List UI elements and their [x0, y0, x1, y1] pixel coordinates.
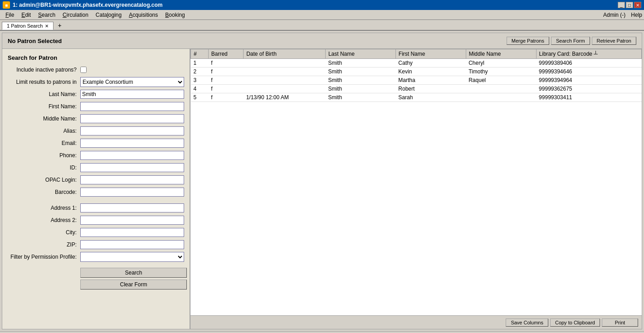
col-header-libcard[interactable]: Library Card: Barcode ┴	[536, 49, 641, 59]
cell-middle: Cheryl	[466, 59, 536, 68]
cell-middle	[466, 93, 536, 102]
bottom-toolbar: Save Columns Copy to Clipboard Print	[190, 315, 642, 329]
last-name-label: Last Name:	[8, 91, 80, 97]
table-row[interactable]: 2 f Smith Kevin Timothy 99999394646	[191, 68, 642, 76]
menu-acquisitions[interactable]: Acquisitions	[125, 11, 161, 19]
email-label: Email:	[8, 140, 80, 146]
alias-row: Alias:	[8, 126, 184, 136]
include-inactive-checkbox[interactable]	[80, 67, 87, 73]
tab-close-icon[interactable]: ✕	[45, 24, 49, 29]
middle-name-label: Middle Name:	[8, 116, 80, 122]
filter-select[interactable]	[80, 252, 184, 262]
cell-first: Cathy	[395, 59, 466, 68]
content-split: Search for Patron Include inactive patro…	[2, 49, 642, 329]
cell-dob	[244, 59, 326, 68]
alias-label: Alias:	[8, 128, 80, 134]
clear-form-button[interactable]: Clear Form	[80, 280, 187, 290]
save-columns-button[interactable]: Save Columns	[506, 319, 548, 327]
title-bar: ■ 1: admin@BR1-winxpvmfx.phasefx.evergre…	[0, 0, 644, 10]
cell-barcode: 99999389406	[536, 59, 641, 68]
add-tab-button[interactable]: +	[54, 21, 65, 30]
maximize-button[interactable]: □	[626, 2, 633, 8]
retrieve-patron-button[interactable]: Retrieve Patron	[592, 37, 636, 45]
menu-edit[interactable]: Edit	[18, 11, 34, 19]
search-panel-title: Search for Patron	[8, 54, 184, 61]
phone-input[interactable]	[80, 151, 184, 160]
table-row[interactable]: 1 f Smith Cathy Cheryl 99999389406	[191, 59, 642, 68]
close-button[interactable]: ✕	[634, 2, 641, 8]
col-header-dob[interactable]: Date of Birth	[244, 49, 326, 59]
tab-label: 1 Patron Search	[7, 23, 43, 29]
copy-clipboard-button[interactable]: Copy to Clipboard	[550, 319, 600, 327]
col-header-middle[interactable]: Middle Name	[466, 49, 536, 59]
barcode-input[interactable]	[80, 188, 184, 197]
table-row[interactable]: 3 f Smith Martha Raquel 99999394964	[191, 76, 642, 85]
minimize-button[interactable]: _	[618, 2, 625, 8]
title-bar-left: ■ 1: admin@BR1-winxpvmfx.phasefx.evergre…	[3, 1, 162, 9]
last-name-row: Last Name:	[8, 89, 184, 99]
limit-results-select[interactable]: Example Consortium	[80, 77, 184, 87]
merge-patrons-button[interactable]: Merge Patrons	[507, 37, 549, 45]
cell-middle	[466, 85, 536, 93]
col-header-barred[interactable]: Barred	[208, 49, 243, 59]
cell-dob	[244, 68, 326, 76]
cell-first: Robert	[395, 85, 466, 93]
limit-results-row: Limit results to patrons in Example Cons…	[8, 77, 184, 87]
cell-dob: 1/13/90 12:00 AM	[244, 93, 326, 102]
id-input[interactable]	[80, 163, 184, 172]
results-panel: # Barred Date of Birth Last Name First N…	[190, 49, 642, 329]
cell-last: Smith	[325, 59, 395, 68]
phone-label: Phone:	[8, 152, 80, 159]
search-panel: Search for Patron Include inactive patro…	[2, 49, 190, 329]
filter-row: Filter by Permission Profile:	[8, 252, 184, 262]
cell-first: Martha	[395, 76, 466, 85]
print-button[interactable]: Print	[602, 319, 638, 327]
search-button[interactable]: Search	[80, 268, 187, 278]
email-input[interactable]	[80, 139, 184, 148]
opac-login-row: OPAC Login:	[8, 175, 184, 185]
first-name-input[interactable]	[80, 102, 184, 111]
address2-label: Address 2:	[8, 217, 80, 223]
id-row: ID:	[8, 163, 184, 173]
cell-barred: f	[208, 59, 243, 68]
include-inactive-label: Include inactive patrons?	[8, 67, 80, 73]
admin-menu[interactable]: Admin (-)	[603, 12, 625, 18]
results-table-wrapper[interactable]: # Barred Date of Birth Last Name First N…	[190, 49, 642, 315]
menu-bar: File Edit Search Circulation Cataloging …	[0, 10, 644, 20]
address2-input[interactable]	[80, 216, 184, 225]
app-icon: ■	[3, 1, 10, 9]
window-title: 1: admin@BR1-winxpvmfx.phasefx.evergreen…	[13, 2, 162, 8]
table-row[interactable]: 5 f 1/13/90 12:00 AM Smith Sarah 9999930…	[191, 93, 642, 102]
menu-circulation[interactable]: Circulation	[59, 11, 92, 19]
address1-input[interactable]	[80, 203, 184, 212]
filter-label: Filter by Permission Profile:	[8, 254, 80, 260]
zip-label: ZIP:	[8, 241, 80, 248]
zip-input[interactable]	[80, 240, 184, 249]
cell-num: 3	[191, 76, 209, 85]
alias-input[interactable]	[80, 126, 184, 135]
cell-num: 1	[191, 59, 209, 68]
table-row[interactable]: 4 f Smith Robert 99999362675	[191, 85, 642, 93]
middle-name-input[interactable]	[80, 114, 184, 123]
header-buttons: Merge Patrons Search Form Retrieve Patro…	[507, 37, 636, 45]
cell-num: 5	[191, 93, 209, 102]
last-name-input[interactable]	[80, 90, 184, 99]
help-menu[interactable]: Help	[631, 12, 642, 18]
col-header-num[interactable]: #	[191, 49, 209, 59]
search-form-button[interactable]: Search Form	[551, 37, 590, 45]
tab-patron-search[interactable]: 1 Patron Search ✕	[2, 22, 54, 30]
results-table-header: # Barred Date of Birth Last Name First N…	[191, 49, 642, 59]
col-header-last[interactable]: Last Name	[325, 49, 395, 59]
col-header-first[interactable]: First Name	[395, 49, 466, 59]
city-input[interactable]	[80, 228, 184, 237]
cell-last: Smith	[325, 76, 395, 85]
menu-bar-right: Admin (-) Help	[603, 12, 642, 18]
opac-login-input[interactable]	[80, 175, 184, 184]
menu-file[interactable]: File	[2, 11, 18, 19]
menu-search[interactable]: Search	[34, 11, 59, 19]
menu-cataloging[interactable]: Cataloging	[92, 11, 125, 19]
cell-middle: Timothy	[466, 68, 536, 76]
menu-booking[interactable]: Booking	[161, 11, 188, 19]
results-table-body: 1 f Smith Cathy Cheryl 99999389406 2 f S…	[191, 59, 642, 102]
cell-last: Smith	[325, 93, 395, 102]
